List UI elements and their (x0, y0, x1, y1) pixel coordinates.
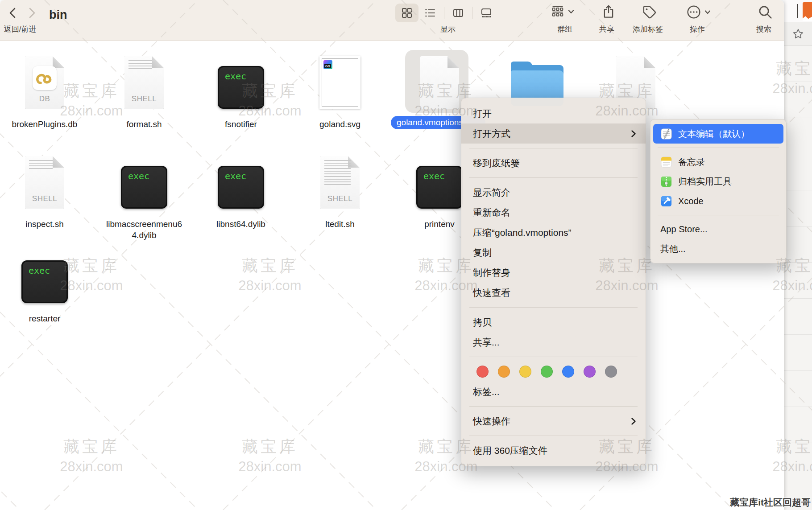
chevron-down-icon (704, 8, 711, 16)
file-name: goland.svg (291, 119, 389, 130)
menu-item-quick-actions[interactable]: 快速操作 (461, 411, 646, 431)
file-ltedit-sh[interactable]: SHELL ltedit.sh (291, 150, 389, 230)
textedit-icon (660, 128, 672, 140)
view-grid-button[interactable] (395, 4, 418, 22)
file-inspect-sh[interactable]: SHELL inspect.sh (0, 150, 94, 230)
tag-red[interactable] (476, 366, 489, 378)
submenu-item-notes[interactable]: 备忘录 (650, 152, 786, 172)
file-name: format.sh (95, 119, 193, 130)
share-label: 共享 (599, 24, 614, 34)
tag-purple[interactable] (584, 366, 596, 378)
navicat-logo (33, 66, 57, 90)
submenu-item-app-store[interactable]: App Store... (650, 219, 786, 239)
file-kind-label: SHELL (320, 194, 360, 203)
menu-item-get-info[interactable]: 显示简介 (461, 182, 646, 202)
menu-item-open-with[interactable]: 打开方式 (461, 123, 646, 144)
file-name: fsnotifier (192, 119, 290, 130)
view-list-button[interactable] (418, 4, 442, 22)
columns-view-icon (452, 7, 464, 19)
background-window-strip (784, 0, 812, 510)
executable-file-icon: exec (121, 166, 167, 209)
view-gallery-button[interactable] (475, 4, 498, 22)
add-tag-label: 添加标签 (633, 24, 663, 34)
action-button[interactable] (686, 4, 711, 20)
executable-file-icon: exec (416, 166, 463, 209)
menu-item-copy[interactable]: 拷贝 (461, 312, 646, 332)
view-switcher (395, 4, 498, 22)
menu-separator (469, 406, 638, 407)
chevron-down-icon (568, 8, 575, 15)
forward-button[interactable] (25, 6, 38, 20)
menu-item-360-compress[interactable]: 使用 360压缩文件 (461, 440, 646, 461)
submenu-item-textedit[interactable]: 文本编辑（默认） (653, 124, 783, 144)
context-menu: 打开 打开方式 移到废纸篓 显示简介 重新命名 压缩“goland.vmopti… (461, 98, 646, 466)
action-label: 操作 (690, 24, 705, 34)
menu-separator (469, 177, 638, 178)
submenu-item-archive-utility[interactable]: 归档实用工具 (650, 172, 786, 191)
add-tag-button[interactable] (642, 4, 657, 20)
search-label: 搜索 (756, 24, 771, 34)
text-cursor-icon (797, 4, 798, 18)
tag-yellow[interactable] (519, 366, 531, 378)
background-window-topbar (784, 0, 812, 22)
tag-gray[interactable] (605, 366, 617, 378)
file-libnst64-dylib[interactable]: exec libnst64.dylib (192, 150, 290, 230)
menu-separator (469, 307, 638, 308)
grid-view-icon (401, 7, 413, 19)
file-fsnotifier[interactable]: exec fsnotifier (192, 50, 290, 130)
footer-watermark: 藏宝库it社区回超哥 (730, 496, 811, 509)
file-kind-label: DB (25, 95, 64, 103)
exec-label: exec (128, 171, 149, 181)
submenu-separator (658, 215, 779, 215)
back-button[interactable] (6, 6, 20, 20)
file-libmacscreenmenu64-dylib[interactable]: exec libmacscreenmenu64.dylib (95, 150, 193, 241)
file-format-sh[interactable]: SHELL format.sh (95, 50, 193, 130)
menu-item-duplicate[interactable]: 复制 (461, 243, 646, 263)
file-name: restarter (0, 313, 94, 324)
db-file-icon: DB (25, 56, 64, 109)
file-goland-svg[interactable]: GO goland.svg (291, 50, 389, 130)
menu-separator (469, 436, 638, 436)
search-button[interactable] (758, 4, 773, 20)
view-columns-button[interactable] (447, 4, 470, 22)
star-icon (792, 28, 804, 40)
view-label: 显示 (440, 24, 456, 34)
executable-file-icon: exec (218, 66, 264, 109)
share-button[interactable] (601, 4, 616, 19)
file-name: inspect.sh (0, 218, 94, 230)
file-brokenplugins-db[interactable]: DB brokenPlugins.db (0, 50, 94, 130)
shell-file-icon: SHELL (320, 156, 360, 209)
menu-item-share[interactable]: 共享... (461, 332, 646, 352)
executable-file-icon: exec (218, 166, 264, 209)
menu-item-tags[interactable]: 标签... (461, 382, 646, 402)
svg-file-icon: GO (319, 56, 360, 109)
screen: bin 返回/前进 (0, 0, 812, 510)
exec-label: exec (225, 71, 246, 82)
group-by-icon (551, 4, 565, 19)
menu-item-make-alias[interactable]: 制作替身 (461, 263, 646, 283)
ellipsis-circle-icon (686, 4, 701, 20)
tag-orange[interactable] (498, 366, 510, 378)
submenu-item-xcode[interactable]: Xcode (650, 191, 786, 211)
tag-color-row (461, 362, 646, 382)
menu-item-compress[interactable]: 压缩“goland.vmoptions” (461, 222, 646, 243)
menu-separator (469, 148, 638, 148)
finder-toolbar: bin 返回/前进 (0, 0, 784, 41)
menu-item-open[interactable]: 打开 (461, 103, 646, 123)
goland-logo: GO (323, 60, 332, 69)
gallery-view-icon (481, 7, 492, 19)
tag-blue[interactable] (562, 366, 574, 378)
menu-item-quick-look[interactable]: 快速查看 (461, 283, 646, 303)
back-forward-label: 返回/前进 (4, 24, 37, 34)
group-button[interactable] (551, 4, 575, 19)
file-restarter[interactable]: exec restarter (0, 244, 94, 324)
favorite-row[interactable] (784, 22, 812, 46)
menu-item-move-to-trash[interactable]: 移到废纸篓 (461, 153, 646, 173)
tag-icon (642, 4, 657, 20)
menu-item-rename[interactable]: 重新命名 (461, 202, 646, 222)
exec-label: exec (225, 171, 246, 181)
window-title: bin (49, 8, 67, 22)
submenu-item-other[interactable]: 其他... (650, 239, 786, 259)
chevron-right-icon (630, 417, 637, 425)
tag-green[interactable] (541, 366, 553, 378)
